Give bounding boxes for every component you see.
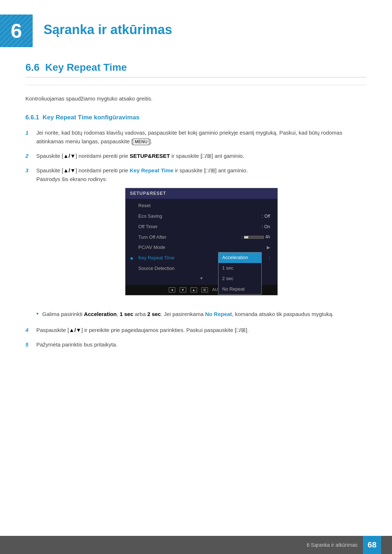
step-3-number: 3 [25,166,36,175]
footer-btn-up: ▲ [191,287,197,292]
screen-header: SETUP&RESET [126,188,277,199]
step-1-number: 1 [25,128,36,137]
key-repeat-time-label: Key Repeat Time [130,167,173,173]
setup-reset-label: SETUP&RESET [130,153,170,159]
screen-body: Reset Eco Saving : Off Off Timer : On [126,199,277,285]
steps-list: 1 Jei norite, kad būtų rodomas klavišų v… [25,128,367,303]
step-4-content: Paspauskite [▲/▼] ir pereikite prie page… [36,326,367,335]
arrow-keys-2: ▲/▼ [63,153,75,159]
subsection-heading: 6.6.1 Key Repeat Time konfigūravimas [25,114,367,121]
step-2-content: Spauskite [▲/▼] norėdami pereiti prie SE… [36,152,367,160]
step-5-content: Pažymėta parinktis bus pritaikyta. [36,340,367,349]
no-repeat-option: No Repeat [205,311,232,317]
footer-btn-back: ◄ [169,287,175,292]
chapter-number-block: 6 [0,15,33,47]
submenu-option-1sec: 1 sec [219,263,261,274]
submenu-panel: Acceleration 1 sec 2 sec No Repeat [218,252,262,295]
footer-page-number: 68 [363,536,381,554]
step-3: 3 Spauskite [▲/▼] norėdami pereiti prie … [25,166,367,303]
step-1: 1 Jei norite, kad būtų rodomas klavišų v… [25,128,367,146]
acceleration-option: Acceleration [84,311,117,317]
step-2-number: 2 [25,152,36,160]
chapter-title: Sąranka ir atkūrimas [44,15,172,37]
menu-item-pcav-mode: PC/AV Mode ▶ [126,242,277,253]
bullet-note-item: • Galima pasirinkti Acceleration, 1 sec … [36,310,367,319]
chapter-number: 6 [11,21,22,41]
section-heading: 6.6 Key Repeat Time [25,62,367,78]
submenu-option-acceleration: Acceleration [219,253,261,263]
submenu-option-no-repeat: No Repeat [219,284,261,295]
menu-item-reset: Reset [126,201,277,211]
submenu-option-2sec: 2 sec [219,274,261,284]
footer-btn-down: ▼ [180,287,186,292]
2sec-option: 2 sec [147,311,161,317]
bullet-note-content: Galima pasirinkti Acceleration, 1 sec ar… [42,310,367,319]
screen-mockup: SETUP&RESET Reset Eco Saving : Off [125,188,278,295]
footer-btn-enter: ⊞ [201,287,208,292]
steps-list-continued: 4 Paspauskite [▲/▼] ir pereikite prie pa… [25,326,367,349]
menu-item-off-timer: Off Timer : On [126,222,277,232]
active-dot-icon: ● [130,254,134,263]
step-4: 4 Paspauskite [▲/▼] ir pereikite prie pa… [25,326,367,335]
1sec-option: 1 sec [120,311,134,317]
step-5: 5 Pažymėta parinktis bus pritaikyta. [25,340,367,349]
bullet-list: • Galima pasirinkti Acceleration, 1 sec … [36,310,367,319]
menu-item-key-repeat-time-wrapper: ● Key Repeat Time : Acceleration 1 sec 2… [126,253,277,263]
bullet-dot: • [36,310,38,318]
step-3-content: Spauskite [▲/▼] norėdami pereiti prie Ke… [36,166,367,303]
progress-bar-fill [244,236,249,238]
menu-key: MENU [133,139,149,145]
menu-item-eco-saving: Eco Saving : Off [126,211,277,222]
footer-chapter-text: 6 Sąranka ir atkūrimas [307,542,358,548]
step-4-number: 4 [25,326,36,335]
menu-item-turn-off-after: Turn Off After : 4h [126,232,277,243]
section-divider [25,85,367,85]
step-1-content: Jei norite, kad būtų rodomas klavišų vad… [36,128,367,146]
step-5-number: 5 [25,340,36,349]
arrow-keys-4: ▲/▼ [69,327,81,333]
step-2: 2 Spauskite [▲/▼] norėdami pereiti prie … [25,152,367,160]
section-intro: Kontroliuojamas spaudžiamo mygtuko atsak… [25,94,367,103]
arrow-keys-3: ▲/▼ [63,167,75,173]
page-footer: 6 Sąranka ir atkūrimas 68 [0,536,392,554]
